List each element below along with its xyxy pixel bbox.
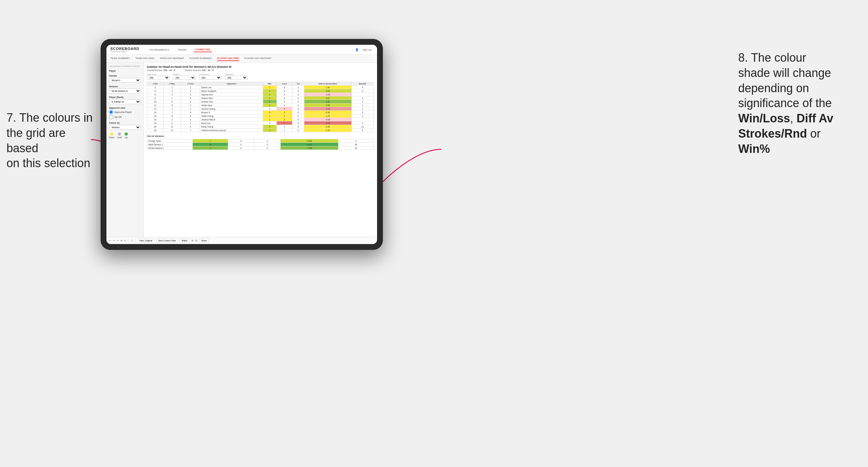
colour-by-section: Colour by Win/loss — [109, 122, 141, 130]
filter-opponents: Opponents: (All) — [147, 73, 170, 80]
data-table: # Div # Reg # Conf Opponent Win Loss Tie… — [147, 82, 374, 132]
th-rounds: Rounds — [351, 82, 373, 86]
annotation-right: 8. The colour shade will change dependin… — [738, 50, 862, 157]
legend-dot-level — [118, 132, 121, 136]
toolbar-divider-1 — [128, 239, 128, 243]
th-opponent: Opponent — [200, 82, 263, 86]
toolbar-divider-2 — [135, 239, 135, 243]
grid-record: Overall Record: 353 - 34 - 6 Division Re… — [147, 69, 374, 71]
export-icon[interactable]: ⊟ — [195, 240, 197, 242]
sub-nav-team-summary[interactable]: TEAM SUMMARY — [110, 56, 130, 61]
sidebar-player-label: Player — [109, 70, 141, 72]
division-record: Division Record: 331 - 34 - 6 — [185, 69, 214, 71]
th-loss: Loss — [276, 82, 292, 86]
tablet-screen: SCOREBOARD Powered by clippd TOURNAMENTS… — [106, 45, 377, 244]
colour-by-label: Colour by — [109, 122, 141, 124]
sub-nav: TEAM SUMMARY TEAM H2H GRID TEAM H2H HEAT… — [106, 55, 377, 63]
user-icon: 👤 — [355, 49, 359, 51]
table-row: 6 3 3 Sydney Kuo 1 0 0 -1.00 — [147, 93, 374, 96]
table-row: 20 11 7 Federica Domecq Lacroze 2 1 0 1.… — [147, 128, 374, 132]
view-original-button[interactable]: View: Original — [137, 239, 154, 243]
sidebar-player-section: Player — [109, 70, 141, 72]
filter-opponents-select[interactable]: (All) — [147, 75, 170, 80]
sidebar-gender-section: Gender Women's — [109, 75, 141, 83]
overall-record: Overall Record: 353 - 34 - 6 — [147, 69, 175, 71]
radio-top100-input[interactable] — [109, 115, 113, 119]
annotation-right-line1: 8. The colour — [738, 51, 806, 64]
annotation-left: 7. The colours in the grid are based on … — [6, 110, 97, 171]
table-row: 15 8 5 Stella Cheng 1 1 0 1.25 4 — [147, 114, 374, 118]
redo-icon[interactable]: ↪ — [113, 240, 115, 242]
share-button[interactable]: Share — [199, 239, 209, 243]
annotation-left-line2: the grid are based — [6, 126, 66, 155]
filter-opponents-label: Opponents: — [147, 73, 170, 75]
annotation-right-line4: significance of the — [738, 96, 832, 110]
grid-title: Katelyn Vo Head-to-Head Grid for Women's… — [147, 65, 374, 68]
gender-select[interactable]: Women's — [109, 78, 141, 83]
sidebar-player-rank-section: Player (Rank) 8. Katelyn Vo — [109, 96, 141, 104]
annotation-left-line3: on this selection — [6, 156, 90, 170]
table-row: Foreign Team 1 0 0 4.500 2 — [147, 139, 374, 143]
sub-nav-player-h2h-heatmap[interactable]: PLAYER H2H HEATMAP — [244, 56, 272, 61]
annotation-bold-winloss: Win/Loss — [738, 112, 790, 125]
filter-region-select[interactable]: (All) — [173, 75, 196, 80]
nav-teams[interactable]: TEAMS — [176, 48, 188, 52]
refresh-icon[interactable]: ↻ — [124, 240, 126, 242]
filter-row: Opponents: (All) Region (All) Conference — [147, 73, 374, 80]
sign-out-button[interactable]: Sign out — [361, 48, 373, 52]
top-nav: SCOREBOARD Powered by clippd TOURNAMENTS… — [106, 45, 377, 55]
legend-row: Down Level Up — [109, 132, 141, 138]
table-row: 10 6 3 Andrea York 2 0 0 4.00 4 — [147, 100, 374, 103]
sub-nav-player-h2h-grid[interactable]: PLAYER H2H GRID — [217, 56, 239, 61]
save-custom-view-button[interactable]: Save Custom View — [156, 239, 178, 243]
th-div: # Div — [147, 82, 163, 86]
radio-opponents-played-label: Opponents Played — [114, 111, 131, 113]
th-reg: # Reg — [163, 82, 181, 86]
filter-conference: Conference (All) — [199, 73, 222, 80]
radio-opponents-played: Opponents Played — [109, 110, 141, 114]
th-diff: Diff Av Strokes/Rnd — [304, 82, 351, 86]
filter-conference-label: Conference — [199, 73, 222, 75]
filter-opponent-select[interactable]: (All) — [225, 75, 248, 80]
sub-nav-team-h2h-heatmap[interactable]: TEAM H2H HEATMAP — [160, 56, 184, 61]
nav-tournaments[interactable]: TOURNAMENTS — [148, 48, 170, 52]
table-row: 20 11 6 Emily Chang 4 1 0 0.30 11 — [147, 125, 374, 128]
table-row: 13 1 1 Jessica Huang 0 1 0 -3.00 2 — [147, 107, 374, 111]
sidebar: Last Updated: 27/03/2024 16:55:38 Player… — [106, 63, 144, 237]
colour-by-select[interactable]: Win/loss — [109, 125, 141, 130]
logo-text: SCOREBOARD — [110, 47, 139, 51]
opponent-view-section: Opponent view Opponents Played Top 100 — [109, 107, 141, 119]
radio-top100-label: Top 100 — [114, 116, 122, 118]
player-rank-select[interactable]: 8. Katelyn Vo — [109, 99, 141, 104]
th-win: Win — [263, 82, 276, 86]
sidebar-division-label: Division — [109, 85, 141, 88]
nav-right: 👤 Sign out — [355, 48, 373, 52]
out-of-division-table: Foreign Team 1 0 0 4.500 2 NAIA Division… — [147, 139, 374, 150]
radio-opponents-played-input[interactable] — [109, 110, 113, 114]
filter-opponent: Opponent (All) — [225, 73, 248, 80]
table-row: 9 1 4 Sharon Mun 1 0 0 3.67 3 — [147, 96, 374, 100]
redo2-icon[interactable]: ↩ — [117, 240, 119, 242]
division-select[interactable]: NCAA Division III — [109, 89, 141, 93]
watch-button[interactable]: Watch — [180, 239, 189, 243]
undo-icon[interactable]: ↩ — [109, 240, 111, 242]
bottom-toolbar: ↩ ↪ ↩ ⧉ ↻ 🕐 View: Original Save Custom V… — [106, 237, 377, 244]
annotation-bold-strokes: Strokes/Rnd — [738, 127, 807, 140]
table-row: NCAA Division 2 5 0 0 7.400 10 — [147, 146, 374, 150]
table-row: 11 5 2 Heejo Hyun 1 0 0 3.33 3 — [147, 103, 374, 107]
sidebar-gender-label: Gender — [109, 75, 141, 77]
table-row: 5 2 2 Alexis Sudjianto 1 0 0 4.00 3 — [147, 89, 374, 93]
sidebar-player-rank-label: Player (Rank) — [109, 96, 141, 98]
logo-area: SCOREBOARD Powered by clippd — [110, 47, 139, 53]
filter-region-label: Region — [173, 73, 196, 75]
sub-nav-team-h2h-grid[interactable]: TEAM H2H GRID — [135, 56, 154, 61]
sub-nav-player-summary[interactable]: PLAYER SUMMARY — [189, 56, 212, 61]
sidebar-timestamp: Last Updated: 27/03/2024 16:55:38 — [109, 65, 141, 67]
filter-region: Region (All) — [173, 73, 196, 80]
logo-sub: Powered by clippd — [110, 51, 139, 53]
arrow-right — [380, 146, 444, 185]
nav-committee[interactable]: COMMITTEE — [194, 48, 212, 52]
annotation-bold-winpct: Win% — [738, 142, 770, 155]
copy-icon[interactable]: ⧉ — [121, 240, 122, 242]
filter-conference-select[interactable]: (All) — [199, 75, 222, 80]
